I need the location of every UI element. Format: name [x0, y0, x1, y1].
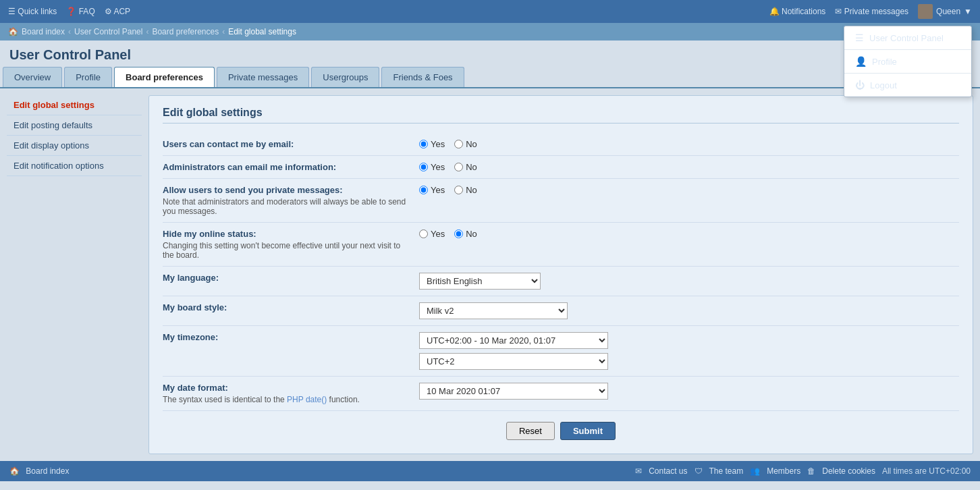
radio-contact-no-input[interactable]	[454, 140, 463, 148]
select-timezone-primary[interactable]: UTC+02:00 - 10 Mar 2020, 01:07	[419, 332, 608, 349]
user-dropdown-menu: ☰ User Control Panel 👤 Profile ⏻ Logout	[844, 26, 972, 97]
radio-online-yes-input[interactable]	[419, 229, 428, 238]
note-online-status: Changing this setting won't become effec…	[163, 241, 412, 260]
tab-private-messages[interactable]: Private messages	[217, 67, 309, 87]
radio-pm-yes-input[interactable]	[419, 186, 428, 194]
faq-link[interactable]: ❓ FAQ	[66, 7, 94, 16]
control-contact-email: Yes No	[419, 139, 477, 149]
radio-admin-yes-input[interactable]	[419, 163, 428, 171]
content-panel: Edit global settings Users can contact m…	[148, 95, 973, 454]
user-menu-toggle[interactable]: Queen ▼	[918, 4, 972, 19]
tab-friends-foes[interactable]: Friends & Foes	[381, 67, 464, 87]
breadcrumb-ucp[interactable]: User Control Panel	[74, 27, 142, 36]
sidebar-item-display-options[interactable]: Edit display options	[7, 136, 142, 156]
footer-right: ✉ Contact us 🛡 The team 👥 Members 🗑 Dele…	[635, 466, 971, 476]
control-private-messages: Yes No	[419, 185, 477, 195]
submit-button[interactable]: Submit	[560, 422, 616, 440]
home-icon: 🏠	[8, 27, 18, 36]
form-row-contact-email: Users can contact me by email: Yes No	[163, 133, 959, 156]
label-admin-email: Administrators can email me information:	[163, 162, 419, 172]
main-area: Edit global settings Edit posting defaul…	[0, 88, 980, 461]
footer-board-index[interactable]: Board index	[26, 466, 69, 476]
footer: 🏠 Board index ✉ Contact us 🛡 The team 👥 …	[0, 461, 980, 481]
sidebar-item-edit-global[interactable]: Edit global settings	[7, 95, 142, 115]
radio-contact-yes[interactable]: Yes	[419, 139, 445, 149]
sidebar-item-posting-defaults[interactable]: Edit posting defaults	[7, 115, 142, 136]
form-row-language: My language: British English American En…	[163, 267, 959, 296]
tab-overview[interactable]: Overview	[3, 67, 62, 87]
user-avatar	[918, 4, 933, 19]
select-timezone-secondary[interactable]: UTC+2	[419, 353, 608, 370]
envelope-icon: ✉	[835, 7, 842, 16]
dropdown-ucp[interactable]: ☰ User Control Panel	[844, 26, 971, 50]
footer-members[interactable]: Members	[767, 466, 800, 476]
top-nav-right: 🔔 Notifications ✉ Private messages Queen…	[769, 4, 972, 19]
radio-online-yes[interactable]: Yes	[419, 229, 445, 239]
dropdown-logout[interactable]: ⏻ Logout	[844, 74, 971, 97]
select-date-format[interactable]: 10 Mar 2020 01:07 d M Y H:i	[419, 383, 608, 400]
page-title: User Control Panel	[0, 40, 980, 67]
tab-usergroups[interactable]: Usergroups	[311, 67, 379, 87]
breadcrumb-sep-1: ‹	[68, 27, 71, 36]
select-language[interactable]: British English American English	[419, 273, 541, 290]
form-row-board-style: My board style: Milk v2 prosilver	[163, 296, 959, 326]
label-board-style: My board style:	[163, 302, 419, 312]
private-messages-link[interactable]: ✉ Private messages	[835, 7, 908, 16]
quick-links[interactable]: ☰ Quick links	[8, 7, 57, 16]
label-timezone: My timezone:	[163, 332, 419, 342]
footer-delete-cookies[interactable]: Delete cookies	[822, 466, 875, 476]
bell-icon: 🔔	[769, 7, 780, 16]
control-online-status: Yes No	[419, 229, 477, 239]
group-icon-footer: 👥	[750, 466, 760, 476]
breadcrumb-sep-2: ‹	[146, 27, 148, 36]
radio-online-no-input[interactable]	[454, 229, 463, 238]
envelope-icon-footer: ✉	[635, 466, 642, 476]
php-date-link[interactable]: PHP date()	[287, 395, 327, 404]
breadcrumb-board-prefs[interactable]: Board preferences	[152, 27, 219, 36]
footer-contact-us[interactable]: Contact us	[649, 466, 687, 476]
shield-icon-footer: 🛡	[695, 466, 703, 476]
hamburger-icon: ☰	[8, 7, 16, 16]
radio-admin-no[interactable]: No	[454, 162, 477, 172]
home-icon-footer: 🏠	[9, 466, 20, 476]
reset-button[interactable]: Reset	[506, 422, 555, 440]
radio-admin-yes[interactable]: Yes	[419, 162, 445, 172]
top-nav-left: ☰ Quick links ❓ FAQ ⚙ ACP	[8, 7, 130, 16]
label-private-messages: Allow users to send you private messages…	[163, 185, 419, 216]
sidebar-item-notification-options[interactable]: Edit notification options	[7, 156, 142, 176]
form-row-date-format: My date format: The syntax used is ident…	[163, 377, 959, 411]
radio-pm-yes[interactable]: Yes	[419, 185, 445, 195]
radio-admin-no-input[interactable]	[454, 163, 463, 171]
label-date-format: My date format: The syntax used is ident…	[163, 383, 419, 404]
form-row-timezone: My timezone: UTC+02:00 - 10 Mar 2020, 01…	[163, 326, 959, 377]
radio-pm-no-input[interactable]	[454, 186, 463, 194]
radio-online-no[interactable]: No	[454, 229, 477, 239]
dropdown-profile[interactable]: 👤 Profile	[844, 50, 971, 74]
note-private-messages: Note that administrators and moderators …	[163, 197, 412, 216]
footer-the-team[interactable]: The team	[709, 466, 744, 476]
tab-profile[interactable]: Profile	[64, 67, 112, 87]
sidebar: Edit global settings Edit posting defaul…	[7, 95, 142, 454]
form-row-private-messages: Allow users to send you private messages…	[163, 179, 959, 223]
trash-icon-footer: 🗑	[807, 466, 815, 476]
question-icon: ❓	[66, 7, 76, 16]
radio-pm-no[interactable]: No	[454, 185, 477, 195]
tab-board-preferences[interactable]: Board preferences	[114, 67, 215, 87]
acp-link[interactable]: ⚙ ACP	[105, 7, 130, 16]
select-board-style[interactable]: Milk v2 prosilver	[419, 302, 568, 319]
breadcrumb-board-index[interactable]: Board index	[22, 27, 65, 36]
gear-icon: ⚙	[105, 7, 112, 16]
content-title: Edit global settings	[163, 107, 959, 124]
footer-timezone: All times are UTC+02:00	[882, 466, 971, 476]
breadcrumb-sep-3: ‹	[222, 27, 225, 36]
control-timezone: UTC+02:00 - 10 Mar 2020, 01:07 UTC+2	[419, 332, 608, 370]
radio-contact-yes-input[interactable]	[419, 140, 428, 148]
control-date-format: 10 Mar 2020 01:07 d M Y H:i	[419, 383, 608, 400]
notifications-link[interactable]: 🔔 Notifications	[769, 7, 826, 16]
form-row-online-status: Hide my online status: Changing this set…	[163, 223, 959, 267]
note-date-format: The syntax used is identical to the PHP …	[163, 395, 412, 404]
control-board-style: Milk v2 prosilver	[419, 302, 568, 319]
user-icon: 👤	[855, 56, 867, 67]
radio-contact-no[interactable]: No	[454, 139, 477, 149]
breadcrumb: 🏠 Board index ‹ User Control Panel ‹ Boa…	[0, 23, 980, 40]
